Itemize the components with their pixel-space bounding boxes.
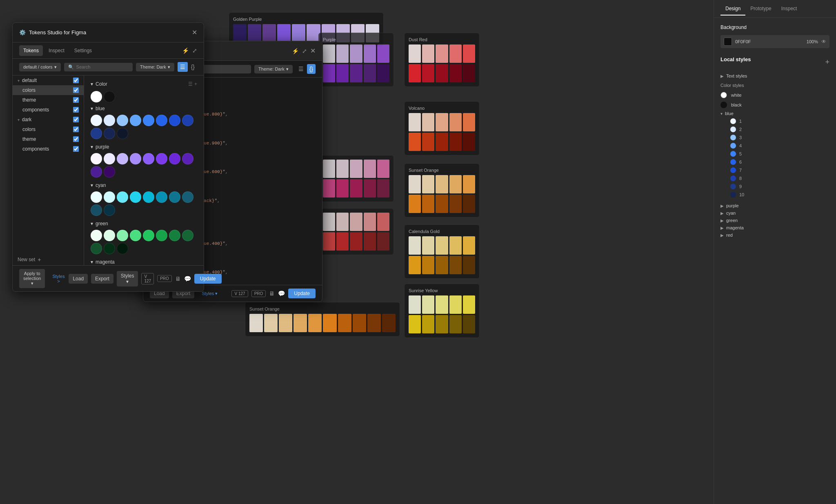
green-2[interactable] <box>104 230 115 241</box>
json-panel-expand[interactable]: ⤢ <box>302 48 307 54</box>
blue-5[interactable] <box>143 115 154 126</box>
device-icon-btn[interactable]: 🖥 <box>175 275 181 282</box>
magenta-group-header[interactable]: ▾ magenta <box>87 258 200 265</box>
green-group-header[interactable]: ▾ green <box>87 219 200 228</box>
export-btn[interactable]: Export <box>91 274 113 284</box>
blue-numbered-9[interactable]: 9 <box>730 182 829 191</box>
json-chat-icon[interactable]: 💬 <box>278 290 285 297</box>
cyan-group-header-right[interactable]: ▶ cyan <box>720 209 829 217</box>
styles-dropdown-btn[interactable]: Styles ▾ <box>117 271 138 286</box>
apply-to-selection-btn[interactable]: Apply to selection ▾ <box>19 269 45 288</box>
purple-2[interactable] <box>104 153 115 164</box>
sidebar-check-default[interactable] <box>73 78 79 83</box>
blue-9[interactable] <box>91 128 102 139</box>
color-dot-white[interactable] <box>91 91 102 102</box>
styles-btn[interactable]: Styles > <box>48 272 69 286</box>
json-panel-lightning[interactable]: ⚡ <box>292 48 299 54</box>
background-field[interactable]: 0F0F0F 100% 👁 <box>720 35 829 48</box>
cyan-2[interactable] <box>104 191 115 203</box>
green-1[interactable] <box>91 230 102 241</box>
blue-numbered-7[interactable]: 7 <box>730 166 829 174</box>
purple-7[interactable] <box>169 153 180 164</box>
sidebar-item-dark[interactable]: ▾ dark <box>13 115 84 124</box>
green-8[interactable] <box>182 230 193 241</box>
blue-numbered-6[interactable]: 6 <box>730 158 829 166</box>
cyan-9[interactable] <box>91 204 102 216</box>
list-view-btn[interactable]: ☰ <box>178 62 188 72</box>
sidebar-check-dark-colors[interactable] <box>73 127 79 132</box>
blue-4[interactable] <box>130 115 141 126</box>
json-code-view-btn[interactable]: {} <box>307 64 316 74</box>
text-styles-header[interactable]: ▶ Text styles <box>720 72 829 80</box>
green-group-header-right[interactable]: ▶ green <box>720 217 829 224</box>
tab-inspect[interactable]: Inspect <box>44 45 69 56</box>
style-item-black[interactable]: black <box>720 100 829 110</box>
blue-group-header[interactable]: ▾ blue <box>87 104 200 113</box>
blue-numbered-8[interactable]: 8 <box>730 174 829 182</box>
sidebar-check-colors[interactable] <box>73 87 79 93</box>
green-10[interactable] <box>104 243 115 254</box>
json-list-view-btn[interactable]: ☰ <box>296 64 306 74</box>
cyan-1[interactable] <box>91 191 102 203</box>
sidebar-item-dark-colors[interactable]: colors <box>13 124 84 134</box>
blue-10[interactable] <box>104 128 115 139</box>
blue-numbered-10[interactable]: 10 <box>730 191 829 199</box>
blue-numbered-1[interactable]: 1 <box>730 117 829 125</box>
cyan-7[interactable] <box>169 191 180 203</box>
cyan-4[interactable] <box>130 191 141 203</box>
cyan-3[interactable] <box>117 191 128 203</box>
tab-tokens[interactable]: Tokens <box>19 45 43 56</box>
load-btn[interactable]: Load <box>69 274 88 284</box>
cyan-10[interactable] <box>104 204 115 216</box>
sidebar-item-components[interactable]: components <box>13 105 84 115</box>
blue-numbered-3[interactable]: 3 <box>730 133 829 142</box>
new-set-btn[interactable]: New set + <box>13 254 84 265</box>
token-group-add-btn[interactable]: + <box>194 81 197 87</box>
sidebar-item-colors[interactable]: colors <box>13 85 84 95</box>
search-input[interactable] <box>76 64 129 69</box>
blue-11[interactable] <box>117 128 128 139</box>
code-view-btn[interactable]: {} <box>189 62 197 72</box>
purple-8[interactable] <box>182 153 193 164</box>
sidebar-check-dark-theme[interactable] <box>73 136 79 142</box>
red-group-header-right[interactable]: ▶ red <box>720 231 829 239</box>
blue-2[interactable] <box>104 115 115 126</box>
green-4[interactable] <box>130 230 141 241</box>
purple-3[interactable] <box>117 153 128 164</box>
purple-1[interactable] <box>91 153 102 164</box>
blue-3[interactable] <box>117 115 128 126</box>
purple-10[interactable] <box>104 166 115 178</box>
blue-numbered-2[interactable]: 2 <box>730 125 829 133</box>
color-group-header[interactable]: ▾ Color ☰ + <box>87 79 200 89</box>
breadcrumb-btn[interactable]: default / colors ▾ <box>19 63 61 71</box>
blue-8[interactable] <box>182 115 193 126</box>
green-6[interactable] <box>156 230 167 241</box>
panel-lightning-btn[interactable]: ⚡ <box>182 47 189 54</box>
green-3[interactable] <box>117 230 128 241</box>
sidebar-item-dark-theme[interactable]: theme <box>13 134 84 144</box>
blue-numbered-5[interactable]: 5 <box>730 150 829 158</box>
cyan-6[interactable] <box>156 191 167 203</box>
token-group-list-btn[interactable]: ☰ <box>188 81 193 87</box>
sidebar-check-components[interactable] <box>73 107 79 113</box>
purple-6[interactable] <box>156 153 167 164</box>
json-device-icon[interactable]: 🖥 <box>269 290 275 297</box>
green-11[interactable] <box>117 243 128 254</box>
cyan-8[interactable] <box>182 191 193 203</box>
sidebar-item-theme[interactable]: theme <box>13 95 84 105</box>
style-item-white[interactable]: white <box>720 90 829 100</box>
update-btn[interactable]: Update <box>194 274 222 284</box>
panel-expand-btn[interactable]: ⤢ <box>192 47 197 54</box>
cyan-5[interactable] <box>143 191 154 203</box>
purple-9[interactable] <box>91 166 102 178</box>
blue-7[interactable] <box>169 115 180 126</box>
tab-design[interactable]: Design <box>720 2 745 16</box>
chat-icon-btn[interactable]: 💬 <box>184 275 191 282</box>
json-theme-selector[interactable]: Theme: Dark ▾ <box>254 65 293 73</box>
theme-selector[interactable]: Theme: Dark ▾ <box>136 63 174 71</box>
tab-inspect[interactable]: Inspect <box>776 2 802 16</box>
sidebar-check-dark-components[interactable] <box>73 146 79 152</box>
sidebar-item-dark-components[interactable]: components <box>13 144 84 154</box>
magenta-group-header-right[interactable]: ▶ magenta <box>720 224 829 231</box>
purple-group-header-right[interactable]: ▶ purple <box>720 202 829 209</box>
